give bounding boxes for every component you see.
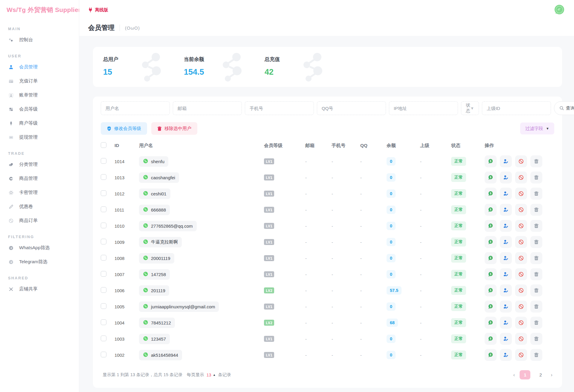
row-checkbox[interactable] [101, 223, 106, 228]
balance-message-button[interactable]: $ [485, 252, 497, 264]
edit-user-button[interactable] [500, 155, 512, 167]
delete-user-button[interactable] [530, 155, 542, 167]
ban-user-button[interactable] [515, 268, 527, 280]
edit-user-button[interactable] [500, 172, 512, 183]
sidebar-item-card-secret[interactable]: 卡密管理 [0, 186, 79, 200]
ban-user-button[interactable] [515, 333, 527, 345]
filter-input-qq[interactable] [317, 101, 386, 115]
sidebar-item-product-manage[interactable]: 商品管理 [0, 172, 79, 186]
sidebar-item-whatsapp-filter[interactable]: WhatsApp筛选 [0, 241, 79, 255]
page-button-1[interactable]: 1 [520, 370, 530, 379]
balance-message-button[interactable]: $ [485, 301, 497, 313]
delete-user-button[interactable] [530, 204, 542, 216]
delete-user-button[interactable] [530, 349, 542, 361]
balance-message-button[interactable]: $ [485, 333, 497, 345]
row-checkbox[interactable] [101, 255, 106, 261]
row-checkbox[interactable] [101, 206, 106, 212]
ban-user-button[interactable] [515, 317, 527, 329]
ban-user-button[interactable] [515, 204, 527, 216]
filter-input-parent-id[interactable] [482, 101, 551, 115]
edit-user-button[interactable] [500, 252, 512, 264]
balance-message-button[interactable]: $ [485, 236, 497, 248]
select-all-checkbox[interactable] [101, 142, 106, 148]
ban-user-button[interactable] [515, 252, 527, 264]
ban-user-button[interactable] [515, 301, 527, 313]
remove-selected-users-button[interactable]: 移除选中用户 [151, 122, 197, 135]
ban-user-button[interactable] [515, 349, 527, 361]
edit-member-level-button[interactable]: 修改会员等级 [101, 122, 147, 135]
per-page-select[interactable]: 13 [207, 373, 211, 377]
balance-message-button[interactable]: $ [485, 188, 497, 200]
user-avatar[interactable] [553, 4, 566, 16]
balance-message-button[interactable]: $ [485, 284, 497, 296]
prev-page-button[interactable]: ‹ [513, 372, 515, 378]
delete-user-button[interactable] [530, 252, 542, 264]
delete-user-button[interactable] [530, 172, 542, 183]
row-checkbox[interactable] [101, 352, 106, 357]
balance-message-button[interactable]: $ [485, 155, 497, 167]
ban-icon [518, 239, 524, 245]
delete-user-button[interactable] [530, 317, 542, 329]
edit-user-button[interactable] [500, 317, 512, 329]
balance-message-button[interactable]: $ [485, 349, 497, 361]
edit-user-button[interactable] [500, 349, 512, 361]
row-checkbox[interactable] [101, 174, 106, 180]
filter-fields-button[interactable]: 过滤字段 ▼ [520, 122, 554, 134]
page-button-2[interactable]: 2 [535, 370, 546, 379]
sidebar-item-bill-manage[interactable]: 账单管理 [0, 88, 79, 102]
search-button[interactable]: 查询 [554, 101, 574, 115]
ban-user-button[interactable] [515, 172, 527, 183]
balance-message-button[interactable]: $ [485, 268, 497, 280]
filter-input-phone[interactable] [245, 101, 314, 115]
filter-input-ip[interactable] [389, 101, 458, 115]
sidebar-item-coupon[interactable]: 优惠卷 [0, 200, 79, 214]
sidebar-item-recharge-order[interactable]: 充值订单 [0, 74, 79, 88]
edit-user-button[interactable] [500, 333, 512, 345]
row-checkbox[interactable] [101, 336, 106, 341]
delete-user-button[interactable] [530, 236, 542, 248]
edit-user-button[interactable] [500, 268, 512, 280]
ban-user-button[interactable] [515, 220, 527, 232]
ban-user-button[interactable] [515, 284, 527, 296]
sidebar-item-member-manage[interactable]: 会员管理 [0, 60, 79, 74]
delete-user-button[interactable] [530, 301, 542, 313]
balance-message-button[interactable]: $ [485, 317, 497, 329]
edit-user-button[interactable] [500, 301, 512, 313]
status-select[interactable]: 状态 ▼ [461, 101, 479, 115]
balance-message-button[interactable]: $ [485, 172, 497, 183]
row-checkbox[interactable] [101, 158, 106, 164]
sidebar-item-merchant-level[interactable]: 商户等级 [0, 116, 79, 130]
ban-user-button[interactable] [515, 155, 527, 167]
edit-user-button[interactable] [500, 284, 512, 296]
row-checkbox[interactable] [101, 271, 106, 277]
content-area: 总用户 15 当前余额 154.5 总充值 42 [79, 36, 574, 392]
sidebar-item-member-level[interactable]: 会员等级 [0, 102, 79, 116]
sidebar-item-product-order[interactable]: 商品订单 [0, 214, 79, 228]
row-checkbox[interactable] [101, 303, 106, 309]
row-checkbox[interactable] [101, 287, 106, 293]
filter-input-email[interactable] [173, 101, 242, 115]
ban-user-button[interactable] [515, 236, 527, 248]
ban-user-button[interactable] [515, 188, 527, 200]
edit-user-button[interactable] [500, 204, 512, 216]
edit-user-button[interactable] [500, 188, 512, 200]
row-checkbox[interactable] [101, 190, 106, 196]
delete-user-button[interactable] [530, 188, 542, 200]
sidebar-item-console[interactable]: 控制台 [0, 33, 79, 47]
delete-user-button[interactable] [530, 284, 542, 296]
edit-user-button[interactable] [500, 236, 512, 248]
next-page-button[interactable]: › [551, 372, 552, 378]
delete-user-button[interactable] [530, 268, 542, 280]
edit-user-button[interactable] [500, 220, 512, 232]
sidebar-item-telegram-filter[interactable]: Telegram筛选 [0, 255, 79, 269]
balance-message-button[interactable]: $ [485, 204, 497, 216]
sidebar-item-category-manage[interactable]: 分类管理 [0, 157, 79, 172]
delete-user-button[interactable] [530, 220, 542, 232]
row-checkbox[interactable] [101, 239, 106, 244]
sidebar-item-withdraw-manage[interactable]: 提现管理 [0, 130, 79, 144]
row-checkbox[interactable] [101, 319, 106, 325]
delete-user-button[interactable] [530, 333, 542, 345]
balance-message-button[interactable]: $ [485, 220, 497, 232]
filter-input-username[interactable] [101, 101, 170, 115]
sidebar-item-shop-share[interactable]: 店铺共享 [0, 282, 79, 296]
